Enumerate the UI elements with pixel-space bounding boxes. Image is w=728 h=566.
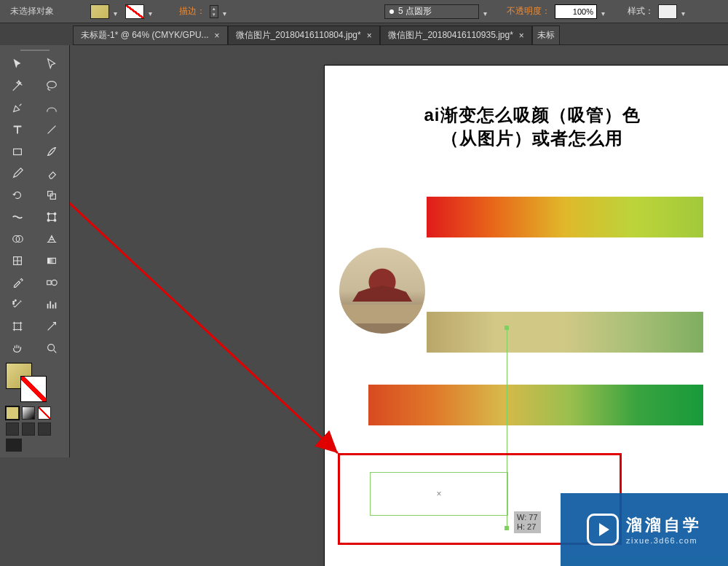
- magic-wand-tool[interactable]: [1, 76, 34, 96]
- direct-selection-tool[interactable]: [36, 54, 68, 74]
- document-tab-bar: 未标题-1* @ 64% (CMYK/GPU... × 微信图片_2018041…: [0, 23, 728, 45]
- column-graph-tool[interactable]: [36, 294, 68, 315]
- tab-label: 微信图片_20180416110804.jpg*: [236, 29, 361, 42]
- screen-mode-button-row: [1, 437, 68, 453]
- close-icon[interactable]: ×: [367, 31, 372, 41]
- toolbox: [0, 45, 70, 457]
- artwork-title: ai渐变怎么吸颜（吸管）色 （从图片）或者怎么用: [325, 66, 728, 151]
- dot-icon: [389, 9, 394, 14]
- watermark-url: zixue.3d66.com: [626, 536, 697, 545]
- tab-label: 未标题-1* @ 64% (CMYK/GPU...: [81, 29, 209, 42]
- svg-point-8: [54, 219, 56, 221]
- svg-point-0: [47, 82, 56, 88]
- sample-image-circle[interactable]: [339, 248, 425, 334]
- svg-rect-18: [15, 323, 21, 330]
- line-segment-tool[interactable]: [36, 119, 68, 140]
- draw-mode-behind[interactable]: [22, 422, 35, 436]
- tab-label: 微信图片_20180416110935.jpg*: [388, 29, 513, 42]
- hand-tool[interactable]: [1, 338, 34, 358]
- stroke-proxy[interactable]: [20, 376, 47, 402]
- perspective-grid-tool[interactable]: [36, 229, 68, 249]
- opacity-input[interactable]: 100%: [555, 4, 597, 19]
- watermark-title: 溜溜自学: [626, 514, 702, 536]
- dimension-tooltip: W: 77 H: 27: [514, 511, 541, 533]
- pen-tool[interactable]: [1, 98, 34, 118]
- symbol-sprayer-tool[interactable]: [1, 294, 34, 315]
- eyedropper-tool[interactable]: [1, 272, 34, 293]
- lasso-tool[interactable]: [36, 76, 68, 96]
- artboard-tool[interactable]: [1, 316, 34, 337]
- svg-rect-1: [14, 149, 22, 154]
- tab-document-2[interactable]: 微信图片_20180416110804.jpg* ×: [228, 25, 380, 44]
- fill-dropdown-icon[interactable]: [114, 8, 121, 15]
- svg-point-6: [54, 213, 56, 215]
- center-mark-icon: ×: [436, 489, 441, 499]
- draw-mode-normal[interactable]: [6, 422, 19, 436]
- svg-point-14: [52, 280, 57, 285]
- color-mode-gradient[interactable]: [22, 406, 35, 420]
- stroke-weight-dropdown-icon[interactable]: [223, 8, 230, 15]
- stroke-profile-label: 5 点圆形: [398, 5, 432, 17]
- shape-builder-tool[interactable]: [1, 229, 34, 249]
- screen-mode-button[interactable]: [6, 439, 22, 452]
- stroke-profile-dropdown-icon[interactable]: [483, 8, 491, 15]
- curvature-tool[interactable]: [36, 98, 68, 118]
- style-swatch[interactable]: [658, 4, 677, 19]
- control-bar: 未选择对象 描边： ▴ ▾ 5 点圆形 不透明度： 100% 样式：: [0, 0, 728, 23]
- stroke-profile[interactable]: 5 点圆形: [384, 4, 479, 19]
- pencil-tool[interactable]: [1, 163, 34, 184]
- svg-point-19: [47, 345, 54, 351]
- paintbrush-tool[interactable]: [36, 141, 68, 162]
- style-dropdown-icon[interactable]: [681, 8, 689, 15]
- blend-tool[interactable]: [36, 272, 68, 293]
- draw-mode-inside[interactable]: [38, 422, 51, 436]
- width-tool[interactable]: [1, 207, 34, 227]
- svg-rect-12: [47, 258, 55, 263]
- mesh-tool[interactable]: [1, 251, 34, 271]
- svg-point-17: [13, 303, 15, 304]
- stroke-dropdown-icon[interactable]: [149, 8, 156, 15]
- tab-document-3[interactable]: 微信图片_20180416110935.jpg* ×: [380, 25, 532, 44]
- panel-grip-icon[interactable]: [1, 48, 68, 52]
- fill-stroke-proxy[interactable]: [6, 363, 68, 402]
- tab-overflow[interactable]: 未标: [532, 25, 560, 44]
- zoom-tool[interactable]: [36, 338, 68, 358]
- svg-point-15: [13, 302, 15, 303]
- canvas[interactable]: ai渐变怎么吸颜（吸管）色 （从图片）或者怎么用 × W: 77 H: 27: [70, 45, 728, 566]
- slice-tool[interactable]: [36, 316, 68, 337]
- fill-swatch[interactable]: [90, 4, 109, 19]
- screen-mode-row: [1, 421, 68, 437]
- style-label: 样式：: [628, 5, 654, 17]
- stroke-label: 描边：: [179, 5, 205, 17]
- svg-point-5: [47, 213, 50, 215]
- selection-tool[interactable]: [1, 54, 34, 74]
- rotate-tool[interactable]: [1, 185, 34, 205]
- close-icon[interactable]: ×: [215, 31, 220, 41]
- gradient-bar-1[interactable]: [427, 197, 703, 237]
- gradient-bar-3[interactable]: [368, 385, 703, 425]
- artboard[interactable]: ai渐变怎么吸颜（吸管）色 （从图片）或者怎么用 × W: 77 H: 27: [325, 66, 728, 566]
- close-icon[interactable]: ×: [519, 31, 524, 41]
- no-selection-label: 未选择对象: [4, 5, 60, 17]
- play-icon: [587, 514, 619, 546]
- opacity-label: 不透明度：: [507, 5, 550, 17]
- scale-tool[interactable]: [36, 185, 68, 205]
- color-mode-solid[interactable]: [6, 406, 19, 420]
- svg-line-20: [70, 176, 338, 453]
- free-transform-tool[interactable]: [36, 207, 68, 227]
- watermark: 溜溜自学 zixue.3d66.com: [561, 493, 728, 566]
- svg-rect-3: [50, 194, 55, 199]
- rectangle-tool[interactable]: [1, 141, 34, 162]
- eraser-tool[interactable]: [36, 163, 68, 184]
- stroke-swatch[interactable]: [125, 4, 144, 19]
- tab-document-1[interactable]: 未标题-1* @ 64% (CMYK/GPU... ×: [73, 25, 228, 44]
- drawing-rectangle[interactable]: ×: [370, 472, 508, 516]
- type-tool[interactable]: [1, 119, 34, 140]
- opacity-dropdown-icon[interactable]: [601, 8, 609, 15]
- svg-point-7: [47, 219, 50, 221]
- color-mode-none[interactable]: [38, 406, 51, 420]
- svg-rect-13: [47, 280, 50, 284]
- gradient-tool[interactable]: [36, 251, 68, 271]
- svg-point-16: [15, 300, 17, 302]
- gradient-bar-2[interactable]: [427, 312, 703, 353]
